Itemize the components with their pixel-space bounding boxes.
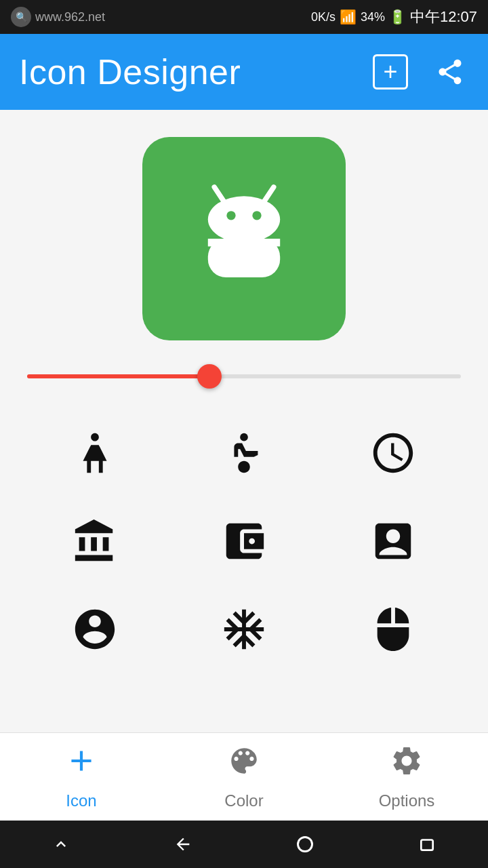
size-slider-container [27,374,461,378]
status-bar-right: 0K/s 📶 34% 🔋 中午12:07 [311,7,477,27]
app-title: Icon Designer [19,52,241,92]
mouse-icon-cell[interactable] [325,595,461,663]
svg-point-4 [252,211,261,220]
mouse-device-icon [369,606,417,653]
app-logo: 🔍 [11,7,31,27]
status-bar: 🔍 www.962.net 0K/s 📶 34% 🔋 中午12:07 [0,0,488,34]
snowflake-icon-cell[interactable] [176,595,312,663]
time: 中午12:07 [410,7,477,27]
battery-icon: 🔋 [389,9,406,25]
snowflake-icon [220,606,268,653]
watermark: www.962.net [35,10,105,24]
app-bar: Icon Designer + [0,34,488,110]
status-bar-left: 🔍 www.962.net [11,7,105,27]
nav-icon-label: Icon [66,791,96,810]
svg-point-2 [208,196,280,242]
share-button[interactable] [431,53,469,91]
icon-preview-container [142,137,346,340]
slider-track[interactable] [27,374,461,378]
face-circle-icon [71,606,119,653]
add-icon-button[interactable]: + [371,53,409,91]
accessibility-icon-cell[interactable] [27,419,163,487]
android-preview-icon [180,174,308,303]
clock-icon [369,429,417,477]
nav-icon-add-icon [64,744,98,786]
face-circle-icon-cell[interactable] [27,595,163,663]
clock-icon-cell[interactable] [325,419,461,487]
nav-item-icon[interactable]: Icon [0,744,163,810]
svg-point-8 [298,837,312,852]
main-content [0,110,488,732]
android-recent-button[interactable] [407,831,447,858]
wallet-icon [220,517,268,565]
nav-item-options[interactable]: Options [325,744,488,810]
wallet-icon-cell[interactable] [176,507,312,575]
share-icon [435,57,465,87]
nav-color-label: Color [224,791,263,810]
svg-point-3 [226,211,235,220]
android-back-button[interactable] [163,831,203,858]
icon-grid [14,412,474,670]
bank-icon-cell[interactable] [27,507,163,575]
nav-options-icon [390,744,424,786]
slider-fill [27,374,209,378]
slider-thumb[interactable] [197,364,222,389]
bottom-nav: Icon Color Options [0,732,488,821]
nav-color-icon [227,744,261,786]
nav-item-color[interactable]: Color [163,744,325,810]
add-plus-icon: + [373,54,408,90]
svg-line-0 [214,187,224,203]
wheelchair-icon-cell[interactable] [176,419,312,487]
signal-icon: 📶 [340,9,357,25]
battery-percent: 34% [361,10,385,24]
android-menu-button[interactable] [41,831,81,858]
svg-rect-6 [208,239,280,277]
android-nav-bar [0,821,488,868]
app-bar-actions: + [371,53,469,91]
bank-icon [71,517,119,565]
contact-icon-cell[interactable] [325,507,461,575]
android-home-button[interactable] [285,831,325,858]
contact-box-icon [369,517,417,565]
network-speed: 0K/s [311,10,336,24]
icon-preview[interactable] [142,137,346,340]
svg-rect-9 [421,840,432,850]
svg-line-1 [264,187,274,203]
nav-options-label: Options [379,791,435,810]
svg-point-7 [240,433,248,441]
accessible-icon [220,429,268,477]
person-standing-icon [71,429,119,477]
